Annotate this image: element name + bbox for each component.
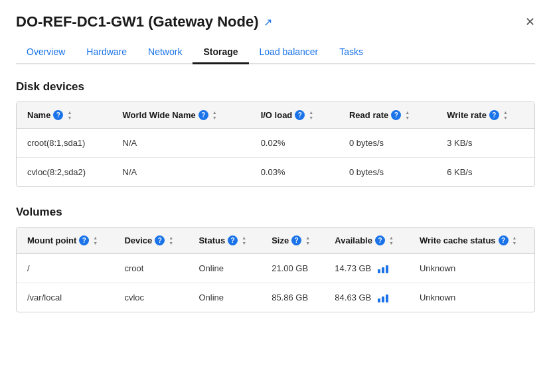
disk-devices-header-row: Name ? World Wide Name ? I/O load [17,102,534,129]
wwn-sort-icon[interactable] [212,110,217,120]
mount-point-sort-icon[interactable] [93,235,98,245]
disk-wwn-cell: N/A [112,158,250,187]
volumes-header-row: Mount point ? Device ? Status ? [17,228,534,254]
write-cache-status-sort-icon[interactable] [512,235,517,245]
write-rate-help-icon[interactable]: ? [489,110,499,120]
vol-mount-point-cell: /var/local [17,283,114,312]
disk-name-cell: cvloc(8:2,sda2) [17,158,112,187]
disk-device-row: croot(8:1,sda1) N/A 0.02% 0 bytes/s 3 KB… [17,129,534,158]
col-size: Size ? [261,228,324,254]
disk-io-load-cell: 0.02% [250,129,339,158]
col-write-rate: Write rate ? [436,102,534,129]
device-help-icon[interactable]: ? [155,235,165,245]
vol-status-cell: Online [188,283,261,312]
write-rate-sort-icon[interactable] [503,110,508,120]
vol-device-cell: cvloc [114,283,188,312]
col-device: Device ? [114,228,188,254]
mount-point-help-icon[interactable]: ? [79,235,89,245]
available-bar-chart-icon[interactable] [378,294,388,302]
vol-write-cache-status-cell: Unknown [409,254,534,283]
disk-wwn-cell: N/A [112,129,250,158]
external-link-icon[interactable]: ↗ [264,16,272,29]
col-mount-point: Mount point ? [17,228,114,254]
tab-bar: Overview Hardware Network Storage Load b… [16,41,535,64]
disk-write-rate-cell: 6 KB/s [436,158,534,187]
col-status: Status ? [188,228,261,254]
read-rate-help-icon[interactable]: ? [391,110,401,120]
io-load-help-icon[interactable]: ? [295,110,305,120]
vol-device-cell: croot [114,254,188,283]
col-io-load: I/O load ? [250,102,339,129]
tab-storage[interactable]: Storage [193,41,248,64]
title-area: DO-REF-DC1-GW1 (Gateway Node) ↗ [16,13,272,31]
tab-tasks[interactable]: Tasks [329,41,374,64]
col-wwn: World Wide Name ? [112,102,250,129]
disk-devices-title: Disk devices [16,80,535,94]
close-icon[interactable]: ✕ [525,16,535,28]
col-name: Name ? [17,102,112,129]
tab-hardware[interactable]: Hardware [76,41,137,64]
available-bar-chart-icon[interactable] [378,265,388,273]
vol-mount-point-cell: / [17,254,114,283]
status-help-icon[interactable]: ? [228,235,238,245]
disk-device-row: cvloc(8:2,sda2) N/A 0.03% 0 bytes/s 6 KB… [17,158,534,187]
tab-network[interactable]: Network [137,41,193,64]
disk-read-rate-cell: 0 bytes/s [339,158,436,187]
vol-write-cache-status-cell: Unknown [409,283,534,312]
vol-size-cell: 21.00 GB [261,254,324,283]
volume-row: /var/local cvloc Online 85.86 GB 84.63 G… [17,283,534,312]
col-available: Available ? [324,228,409,254]
status-sort-icon[interactable] [242,235,246,245]
available-help-icon[interactable]: ? [375,235,385,245]
disk-read-rate-cell: 0 bytes/s [339,129,436,158]
tab-overview[interactable]: Overview [16,41,76,64]
size-help-icon[interactable]: ? [291,235,301,245]
volumes-table: Mount point ? Device ? Status ? [17,228,534,312]
volumes-title: Volumes [16,206,535,219]
write-cache-status-help-icon[interactable]: ? [499,235,509,245]
name-sort-icon[interactable] [67,110,72,120]
tab-load-balancer[interactable]: Load balancer [249,41,329,64]
col-write-cache-status: Write cache status ? [409,228,534,254]
size-sort-icon[interactable] [305,235,310,245]
read-rate-sort-icon[interactable] [405,110,410,120]
device-sort-icon[interactable] [169,235,173,245]
vol-available-cell: 14.73 GB [324,254,409,283]
volumes-table-container: Mount point ? Device ? Status ? [16,227,535,312]
vol-size-cell: 85.86 GB [261,283,324,312]
disk-devices-table-container: Name ? World Wide Name ? I/O load [16,101,535,187]
vol-available-cell: 84.63 GB [324,283,409,312]
name-help-icon[interactable]: ? [53,110,63,120]
col-read-rate: Read rate ? [339,102,436,129]
vol-status-cell: Online [188,254,261,283]
available-sort-icon[interactable] [389,235,394,245]
disk-devices-table: Name ? World Wide Name ? I/O load [17,102,534,186]
io-load-sort-icon[interactable] [309,110,313,120]
wwn-help-icon[interactable]: ? [198,110,208,120]
page-title: DO-REF-DC1-GW1 (Gateway Node) [16,13,258,31]
disk-name-cell: croot(8:1,sda1) [17,129,112,158]
disk-write-rate-cell: 3 KB/s [436,129,534,158]
volume-row: / croot Online 21.00 GB 14.73 GB Unknown [17,254,534,283]
disk-io-load-cell: 0.03% [250,158,339,187]
page-header: DO-REF-DC1-GW1 (Gateway Node) ↗ ✕ [16,13,535,31]
